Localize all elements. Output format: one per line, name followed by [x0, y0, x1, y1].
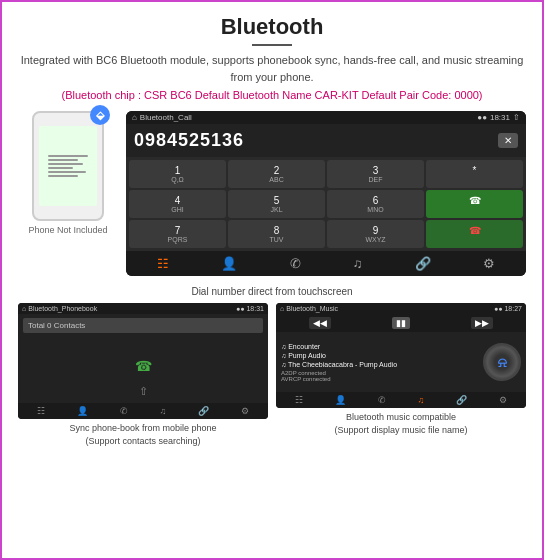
bluetooth-badge-icon: ⬙ — [90, 105, 110, 125]
accept-call-icon[interactable]: ☎ — [135, 358, 152, 374]
key-8[interactable]: 8TUV — [228, 220, 325, 248]
main-screen-section: ⌂ Bluetooth_Call ●● 18:31 ⇧ 0984525136 ✕… — [126, 111, 526, 276]
home-icon: ⌂ — [132, 113, 137, 122]
status-left: ⌂ Bluetooth_Call — [132, 113, 473, 122]
signal-dots: ●● — [477, 113, 487, 122]
phone-section: ⬙ Phone Not Included — [18, 111, 118, 276]
phonebook-screen-wrap: ⌂ Bluetooth_Phonebook ●● 18:31 Total 0 C… — [18, 303, 268, 447]
phone-icon[interactable]: ✆ — [290, 256, 301, 271]
music-info: ♫ Encounter ♫ Pump Audio ♫ The Cheebiaca… — [281, 343, 479, 382]
key-2[interactable]: 2ABC — [228, 160, 325, 188]
mu-link-icon[interactable]: 🔗 — [456, 395, 467, 405]
pb-music-icon[interactable]: ♫ — [160, 406, 167, 416]
mu-label: Bluetooth_Music — [286, 305, 338, 312]
music-controls: ◀◀ ▮▮ ▶▶ — [276, 314, 526, 332]
chip-info: (Bluetooth chip : CSR BC6 Default Blueto… — [61, 89, 482, 101]
keypad: 1Q,Ω 2ABC 3DEF * 4GHI 5JKL 6MNO ☎ 7PQRS … — [126, 157, 526, 251]
main-content-area: ⬙ Phone Not Included — [18, 111, 526, 276]
expand-icon: ⇧ — [513, 113, 520, 122]
main-status-bar: ⌂ Bluetooth_Call ●● 18:31 ⇧ — [126, 111, 526, 124]
settings-icon[interactable]: ⚙ — [483, 256, 495, 271]
contacts-icon[interactable]: 👤 — [221, 256, 237, 271]
play-pause-button[interactable]: ▮▮ — [392, 317, 410, 329]
music-caption: Bluetooth music compatible (Support disp… — [334, 411, 467, 436]
key-3[interactable]: 3DEF — [327, 160, 424, 188]
pb-home-icon: ⌂ — [22, 305, 26, 312]
mu-contacts-icon[interactable]: 👤 — [335, 395, 346, 405]
phonebook-screen: ⌂ Bluetooth_Phonebook ●● 18:31 Total 0 C… — [18, 303, 268, 419]
pb-keypad-icon[interactable]: ☷ — [37, 406, 45, 416]
track-1: ♫ Encounter — [281, 343, 479, 350]
title-divider — [252, 44, 292, 46]
page-subtitle: Integrated with BC6 Bluetooth module, su… — [18, 52, 526, 85]
phonebook-bottom-icons: ☷ 👤 ✆ ♫ 🔗 ⚙ — [18, 403, 268, 419]
key-hangup[interactable]: ☎ — [426, 220, 523, 248]
connection-status: A2DP connectedAVRCP connected — [281, 370, 479, 382]
bluetooth-disc-icon: ⍾ — [498, 354, 506, 370]
music-bottom-icons: ☷ 👤 ✆ ♫ 🔗 ⚙ — [276, 392, 526, 408]
key-1[interactable]: 1Q,Ω — [129, 160, 226, 188]
mu-home-icon: ⌂ — [280, 305, 284, 312]
phonebook-content: Total 0 Contacts ☎ ⇧ — [18, 314, 268, 403]
upload-icon[interactable]: ⇧ — [139, 385, 148, 397]
music-icon[interactable]: ♫ — [353, 256, 363, 271]
mu-dots: ●● — [494, 305, 502, 312]
screen-line-5 — [48, 171, 86, 173]
mu-music-icon[interactable]: ♫ — [418, 395, 425, 405]
pb-settings-icon[interactable]: ⚙ — [241, 406, 249, 416]
key-4[interactable]: 4GHI — [129, 190, 226, 218]
car-screen: ⌂ Bluetooth_Call ●● 18:31 ⇧ 0984525136 ✕… — [126, 111, 526, 276]
backspace-button[interactable]: ✕ — [498, 133, 518, 148]
pb-link-icon[interactable]: 🔗 — [198, 406, 209, 416]
music-screen-wrap: ⌂ Bluetooth_Music ●● 18:27 ◀◀ ▮▮ ▶▶ ♫ En… — [276, 303, 526, 447]
music-disc: ⍾ — [483, 343, 521, 381]
pb-dots: ●● — [236, 305, 244, 312]
music-content: ♫ Encounter ♫ Pump Audio ♫ The Cheebiaca… — [276, 332, 526, 392]
key-star[interactable]: * — [426, 160, 523, 188]
phonebook-status-bar: ⌂ Bluetooth_Phonebook ●● 18:31 — [18, 303, 268, 314]
phonebook-caption: Sync phone-book from mobile phone (Suppo… — [69, 422, 216, 447]
dial-display: 0984525136 ✕ — [126, 124, 526, 157]
mu-settings-icon[interactable]: ⚙ — [499, 395, 507, 405]
key-call[interactable]: ☎ — [426, 190, 523, 218]
next-button[interactable]: ▶▶ — [471, 317, 493, 329]
phone-screen-lines — [48, 155, 88, 177]
status-time: 18:31 — [490, 113, 510, 122]
contacts-bar: Total 0 Contacts — [23, 318, 263, 333]
bottom-screens: ⌂ Bluetooth_Phonebook ●● 18:31 Total 0 C… — [18, 303, 526, 447]
track-2: ♫ Pump Audio — [281, 352, 479, 359]
pb-phone-icon[interactable]: ✆ — [120, 406, 128, 416]
status-label: Bluetooth_Call — [140, 113, 192, 122]
track-3: ♫ The Cheebiacacabra - Pump Audio — [281, 361, 479, 368]
screen-line-2 — [48, 159, 78, 161]
prev-button[interactable]: ◀◀ — [309, 317, 331, 329]
dial-number: 0984525136 — [134, 130, 244, 151]
mu-keypad-icon[interactable]: ☷ — [295, 395, 303, 405]
page-title: Bluetooth — [221, 14, 324, 40]
dial-caption: Dial number direct from touchscreen — [191, 286, 352, 297]
screen-line-4 — [48, 167, 73, 169]
phone-label: Phone Not Included — [28, 225, 107, 235]
main-bottom-icons: ☷ 👤 ✆ ♫ 🔗 ⚙ — [126, 251, 526, 276]
mu-phone-icon[interactable]: ✆ — [378, 395, 386, 405]
phone-screen — [39, 126, 97, 206]
status-right: ●● 18:31 ⇧ — [477, 113, 520, 122]
keypad-icon[interactable]: ☷ — [157, 256, 169, 271]
key-7[interactable]: 7PQRS — [129, 220, 226, 248]
key-6[interactable]: 6MNO — [327, 190, 424, 218]
screen-line-1 — [48, 155, 88, 157]
page-container: Bluetooth Integrated with BC6 Bluetooth … — [2, 2, 542, 558]
pb-label: Bluetooth_Phonebook — [28, 305, 97, 312]
screen-line-6 — [48, 175, 78, 177]
key-9[interactable]: 9WXYZ — [327, 220, 424, 248]
key-5[interactable]: 5JKL — [228, 190, 325, 218]
music-status-bar: ⌂ Bluetooth_Music ●● 18:27 — [276, 303, 526, 314]
music-screen: ⌂ Bluetooth_Music ●● 18:27 ◀◀ ▮▮ ▶▶ ♫ En… — [276, 303, 526, 408]
pb-time: 18:31 — [246, 305, 264, 312]
mu-time: 18:27 — [504, 305, 522, 312]
pb-contacts-icon[interactable]: 👤 — [77, 406, 88, 416]
link-icon[interactable]: 🔗 — [415, 256, 431, 271]
phone-image: ⬙ — [32, 111, 104, 221]
screen-line-3 — [48, 163, 83, 165]
